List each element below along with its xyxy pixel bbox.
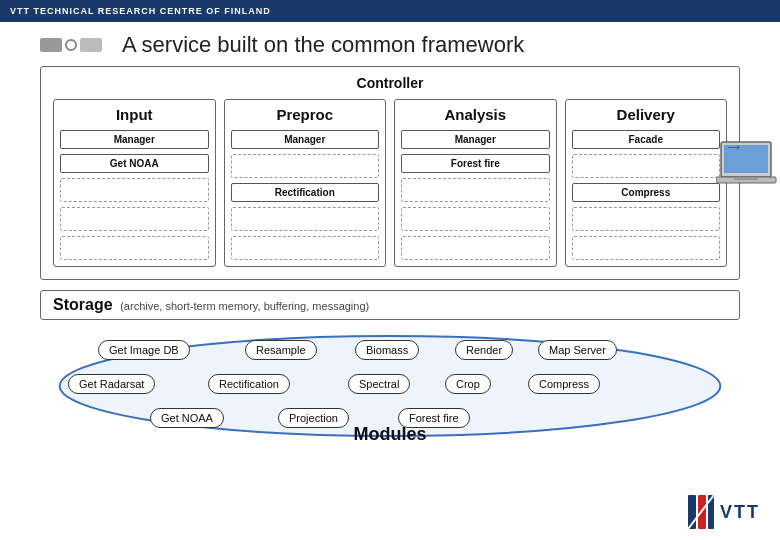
controller-label: Controller <box>53 75 727 91</box>
modules-area: Get Image DB Resample Biomass Render Map… <box>50 332 730 447</box>
analysis-empty-3 <box>401 236 550 260</box>
input-manager: Manager <box>60 130 209 149</box>
analysis-forest-fire: Forest fire <box>401 154 550 173</box>
vtt-text-label: VTT <box>720 502 760 523</box>
delivery-empty-2 <box>572 207 721 231</box>
pill-get-image-db[interactable]: Get Image DB <box>98 340 190 360</box>
input-get-noaa: Get NOAA <box>60 154 209 173</box>
delivery-facade: Facade <box>572 130 721 149</box>
column-preproc: Preproc Manager Rectification <box>224 99 387 267</box>
column-delivery: Delivery Facade Compress → <box>565 99 728 267</box>
vtt-logo: VTT <box>686 494 760 530</box>
column-input: Input Manager Get NOAA <box>53 99 216 267</box>
pill-resample[interactable]: Resample <box>245 340 317 360</box>
pill-map-server[interactable]: Map Server <box>538 340 617 360</box>
delivery-empty-1 <box>572 154 721 178</box>
analysis-empty-2 <box>401 207 550 231</box>
icon-rect-left <box>40 38 62 52</box>
delivery-empty-3 <box>572 236 721 260</box>
pill-biomass[interactable]: Biomass <box>355 340 419 360</box>
input-empty-2 <box>60 207 209 231</box>
columns-container: Input Manager Get NOAA Preproc Manager R… <box>53 99 727 267</box>
vtt-slash-icon <box>686 494 716 530</box>
arrow-to-laptop: → <box>724 135 744 158</box>
col-title-input: Input <box>116 106 153 123</box>
header-title: VTT TECHNICAL RESEARCH CENTRE OF FINLAND <box>10 6 271 16</box>
title-icon <box>40 38 102 52</box>
preproc-empty-2 <box>231 207 380 231</box>
title-area: A service built on the common framework <box>40 32 740 58</box>
pill-crop[interactable]: Crop <box>445 374 491 394</box>
page-title: A service built on the common framework <box>122 32 524 58</box>
header-bar: VTT TECHNICAL RESEARCH CENTRE OF FINLAND <box>0 0 780 22</box>
preproc-rectification: Rectification <box>231 183 380 202</box>
preproc-manager: Manager <box>231 130 380 149</box>
input-empty-3 <box>60 236 209 260</box>
icon-rect-right <box>80 38 102 52</box>
pill-projection[interactable]: Projection <box>278 408 349 428</box>
pill-compress[interactable]: Compress <box>528 374 600 394</box>
storage-desc: (archive, short-term memory, buffering, … <box>120 300 369 312</box>
col-title-preproc: Preproc <box>276 106 333 123</box>
controller-box: Controller Input Manager Get NOAA Prepro… <box>40 66 740 280</box>
storage-label: Storage <box>53 296 113 313</box>
preproc-empty-1 <box>231 154 380 178</box>
col-title-delivery: Delivery <box>617 106 675 123</box>
storage-box: Storage (archive, short-term memory, buf… <box>40 290 740 320</box>
analysis-empty-1 <box>401 178 550 202</box>
modules-label: Modules <box>353 424 426 445</box>
input-empty-1 <box>60 178 209 202</box>
pill-get-radarsat[interactable]: Get Radarsat <box>68 374 155 394</box>
analysis-manager: Manager <box>401 130 550 149</box>
pill-rectification[interactable]: Rectification <box>208 374 290 394</box>
pill-render[interactable]: Render <box>455 340 513 360</box>
pill-get-noaa[interactable]: Get NOAA <box>150 408 224 428</box>
preproc-empty-3 <box>231 236 380 260</box>
column-analysis: Analysis Manager Forest fire <box>394 99 557 267</box>
main-content: A service built on the common framework … <box>0 22 780 452</box>
col-title-analysis: Analysis <box>444 106 506 123</box>
icon-circle <box>65 39 77 51</box>
svg-rect-3 <box>734 177 758 180</box>
pill-spectral[interactable]: Spectral <box>348 374 410 394</box>
delivery-compress: Compress <box>572 183 721 202</box>
